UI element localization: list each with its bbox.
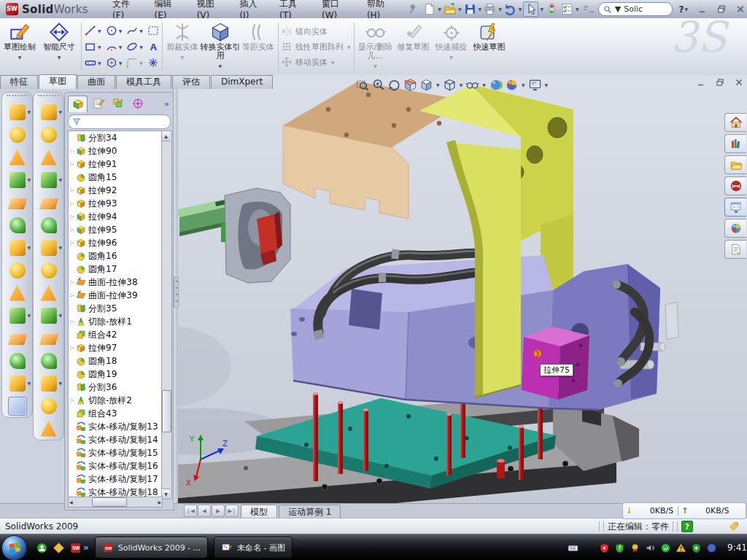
tree-item[interactable]: 圆角18 — [69, 354, 162, 368]
solidworks-quicklaunch-icon[interactable]: SW — [69, 542, 82, 554]
messenger-quicklaunch-icon[interactable] — [36, 542, 48, 554]
undercut-analysis-button[interactable] — [34, 146, 63, 168]
tree-item[interactable]: 分割36 — [69, 381, 162, 394]
extruded-cut-button[interactable] — [2, 214, 32, 236]
quick-snaps-dropdown-icon[interactable]: ▼ — [449, 53, 453, 62]
file-explorer-tab[interactable] — [724, 155, 746, 174]
expand-arrow-icon[interactable]: ▷ — [69, 187, 76, 193]
expand-arrow-icon[interactable]: ▷ — [69, 345, 76, 351]
appearances-tab[interactable] — [724, 219, 746, 238]
keyboard-tray-icon[interactable] — [568, 542, 578, 553]
dimxpertmanager-tab[interactable] — [128, 96, 147, 112]
display-style-button[interactable] — [443, 78, 457, 92]
expand-arrow-icon[interactable]: ▷ — [69, 397, 76, 403]
ellipse-tool-dropdown-icon[interactable]: ▼ — [139, 44, 143, 50]
hscroll-thumb[interactable] — [92, 497, 127, 507]
new-document-dropdown-icon[interactable]: ▼ — [438, 7, 441, 12]
expand-arrow-icon[interactable]: ▷ — [69, 227, 76, 233]
point-tool-button[interactable] — [147, 55, 160, 70]
hide-show-items-dropdown-icon[interactable]: ▼ — [482, 82, 486, 88]
document-close-button[interactable] — [733, 77, 745, 88]
featuremanager-tab[interactable] — [68, 96, 88, 112]
spline-tool-dropdown-icon[interactable]: ▼ — [139, 28, 143, 34]
security-gold-quicklaunch-icon[interactable] — [53, 542, 65, 554]
view-settings-dropdown-icon[interactable]: ▼ — [545, 82, 549, 88]
scroll-right-button[interactable]: ▶ — [158, 499, 161, 505]
print-button[interactable] — [483, 2, 497, 16]
scroll-up-button[interactable]: ▲ — [162, 131, 170, 141]
panel-expand-chevron[interactable]: » — [164, 99, 172, 109]
help-dropdown-icon[interactable]: ▼ — [684, 7, 688, 12]
search-dropdown-icon[interactable]: ▼ — [615, 4, 621, 14]
blocked-blue-tray-icon[interactable] — [706, 542, 717, 553]
tree-filter-input[interactable] — [68, 114, 171, 129]
ruled-surface-button[interactable] — [34, 349, 63, 372]
messenger-green-tray-icon[interactable] — [660, 542, 671, 553]
expand-arrow-icon[interactable]: ▷ — [69, 148, 76, 154]
revolved-boss-button[interactable] — [2, 123, 32, 146]
rotate-view-button[interactable] — [387, 78, 401, 92]
sketch-draw-dropdown-icon[interactable]: ▼ — [18, 53, 22, 62]
view-orientation-button[interactable] — [419, 78, 433, 92]
taskbar-button-solidworks[interactable]: SWSolidWorks 2009 - ... — [95, 537, 208, 559]
select-cursor-button[interactable] — [523, 1, 538, 17]
smart-dimension-button[interactable]: 智能尺寸▼ — [39, 18, 79, 75]
shield-green-tray-icon[interactable] — [614, 542, 625, 553]
panel-splitter[interactable]: ◂◂◂◂ — [173, 89, 178, 503]
slot-tool-button[interactable]: ▼ — [84, 55, 102, 70]
model-tab-model[interactable]: 模型 — [241, 505, 277, 518]
tree-item[interactable]: 实体-移动/复制17 — [69, 472, 162, 486]
tree-item[interactable]: 圆角15 — [69, 171, 162, 184]
lofted-boss-button[interactable]: ▼ — [2, 168, 32, 191]
section-view-button[interactable] — [403, 78, 417, 92]
quick-launch-chevron[interactable]: » — [83, 542, 89, 553]
taskbar-button-paint[interactable]: 未命名 - 画图 — [214, 537, 293, 559]
model-tab-motion-study[interactable]: 运动算例 1 — [279, 505, 341, 518]
expand-arrow-icon[interactable]: ▷ — [69, 292, 76, 298]
tree-item[interactable]: ▷拉伸96 — [69, 236, 162, 249]
mirror-feature-button[interactable]: ▼ — [2, 372, 32, 394]
extruded-boss-button[interactable]: ▼ — [2, 101, 32, 123]
undo-button[interactable] — [503, 2, 517, 16]
design-library-tab[interactable] — [724, 134, 746, 153]
shut-off-surface-button[interactable] — [34, 191, 63, 214]
marquee-select-tool-button[interactable] — [147, 23, 160, 38]
toolbox-tab[interactable] — [724, 176, 746, 195]
scroll-thumb[interactable] — [162, 390, 171, 432]
expand-arrow-icon[interactable]: ▷ — [69, 161, 76, 167]
rebuild-traffic-light-button[interactable] — [545, 2, 559, 16]
search-input[interactable]: ▼ Solic — [598, 2, 673, 16]
expand-arrow-icon[interactable]: ▷ — [69, 319, 76, 324]
draft-analysis-button[interactable] — [34, 123, 63, 146]
motion-nav-next-button[interactable]: ▶ — [212, 505, 225, 517]
tree-item[interactable]: 圆角17 — [69, 262, 162, 276]
tab-DimXpert[interactable]: DimXpert — [211, 75, 273, 89]
polygon-tool-dropdown-icon[interactable]: ▼ — [119, 61, 123, 66]
toolbar-overflow-button[interactable] — [581, 2, 595, 16]
tree-item[interactable]: ▷切除-放样2 — [69, 394, 162, 407]
tree-item[interactable]: 圆角19 — [69, 368, 162, 381]
tree-item[interactable]: 实体-移动/复制14 — [69, 433, 162, 446]
tab-曲面[interactable]: 曲面 — [77, 75, 115, 89]
tab-草图[interactable]: 草图 — [39, 74, 77, 89]
new-document-button[interactable] — [422, 2, 436, 16]
open-button[interactable] — [443, 2, 457, 16]
quick-tips-icon[interactable]: ? — [681, 521, 693, 532]
document-restore-button[interactable] — [714, 77, 726, 88]
ellipse-tool-button[interactable]: ▼ — [125, 39, 144, 54]
motion-nav-last-button[interactable]: ▶❘ — [225, 505, 239, 517]
graphics-viewport[interactable]: Y Z X ▼▼▼▼▼ 拉伸75 — [173, 75, 747, 503]
view-settings-button[interactable] — [528, 78, 542, 92]
edit-appearance-button[interactable] — [505, 78, 519, 92]
expand-arrow-icon[interactable]: ▷ — [69, 279, 76, 285]
save-button[interactable] — [463, 2, 477, 16]
expand-arrow-icon[interactable]: ▷ — [69, 214, 76, 219]
start-button[interactable] — [1, 535, 27, 560]
tab-评估[interactable]: 评估 — [172, 75, 210, 89]
tree-item[interactable]: 实体-移动/复制16 — [69, 459, 162, 472]
freeform-spline-button[interactable] — [34, 417, 63, 440]
splitter-handle[interactable]: ◂◂◂◂ — [174, 277, 179, 308]
expand-arrow-icon[interactable]: ▷ — [69, 201, 76, 206]
expand-arrow-icon[interactable]: ▷ — [69, 240, 76, 246]
circle-tool-dropdown-icon[interactable]: ▼ — [119, 28, 123, 34]
